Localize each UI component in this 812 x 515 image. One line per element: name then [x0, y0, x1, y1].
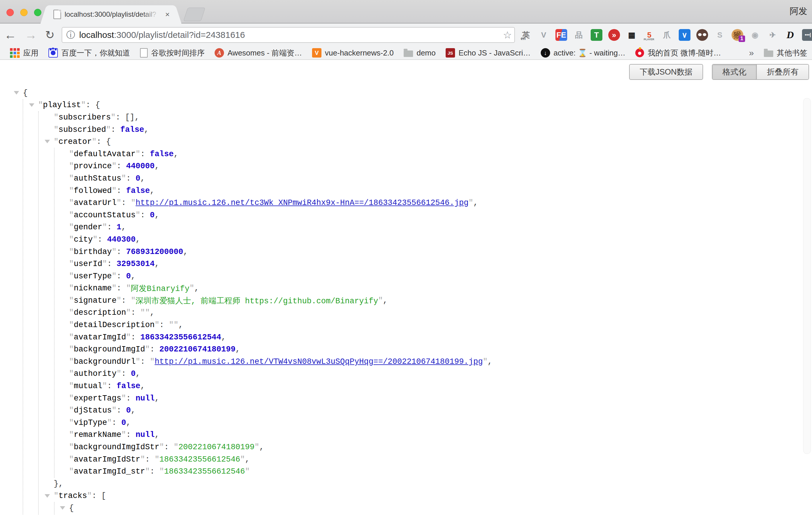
weibo-gray-icon[interactable]: ◉ [749, 29, 761, 41]
url-text[interactable]: localhost:3000/playlist/detail?id=243816… [79, 30, 501, 40]
html5-player-icon[interactable]: 5PLAYER [643, 29, 655, 41]
shield-t-icon[interactable]: T [591, 29, 602, 41]
json-key: accountStatus [74, 211, 136, 220]
key-quote: " [112, 406, 117, 415]
bird-icon[interactable]: ✈ [767, 29, 779, 41]
translate-icon[interactable]: 英en [520, 29, 532, 41]
colon: : [96, 137, 106, 146]
dark-d-icon[interactable]: D [784, 29, 796, 41]
bookmark-star-icon[interactable]: ☆ [503, 29, 512, 41]
key-quote: " [69, 443, 74, 452]
mask-icon[interactable] [696, 29, 708, 41]
bookmark-item[interactable]: Vvue-hackernews-2.0 [312, 48, 394, 58]
extensions-row: 英enVFE品T»▦5PLAYER爪∨S猴1◉✈D•••| [520, 29, 812, 41]
string-quote: " [378, 296, 383, 305]
colon: : [97, 235, 107, 244]
collapse-toggle-icon[interactable] [29, 103, 34, 107]
download-blue-icon[interactable]: ∨ [679, 29, 691, 41]
key-quote: " [111, 113, 115, 122]
vue-devtools-icon[interactable]: V [538, 29, 550, 41]
json-key: signature [74, 296, 117, 305]
json-punct: , [194, 284, 199, 293]
bookmark-item[interactable]: demo [404, 49, 436, 58]
key-quote: " [81, 101, 86, 110]
close-window-button[interactable] [6, 9, 14, 16]
json-link[interactable]: http://p1.music.126.net/VTW4vsN08vwL3uSQ… [155, 357, 483, 366]
new-tab-button[interactable] [183, 8, 205, 21]
bookmark-item[interactable]: AAwesomes - 前端资… [214, 48, 302, 58]
key-quote: " [69, 162, 74, 171]
bookmark-item[interactable]: 百度一下，你就知道 [49, 48, 130, 58]
bookmark-item[interactable]: JSEcho JS - JavaScri… [446, 48, 531, 58]
zoom-window-button[interactable] [34, 9, 41, 16]
json-number: 440300 [107, 235, 136, 244]
fe-icon[interactable]: FE [555, 29, 567, 41]
profile-name[interactable]: 阿发 [790, 5, 807, 17]
bookmark-item[interactable]: 我的首页 微博-随时… [635, 48, 721, 58]
scrollbar[interactable] [803, 98, 811, 454]
json-key: subscribed [58, 125, 106, 134]
tab-close-icon[interactable]: × [165, 10, 170, 19]
url-path: :3000/playlist/detail?id=24381616 [114, 30, 245, 40]
page-info-icon[interactable]: ⓘ [66, 29, 75, 41]
bookmark-item[interactable]: 应用 [10, 48, 38, 58]
key-quote: " [117, 369, 121, 378]
org-chart-icon[interactable]: 品 [573, 29, 585, 41]
collapse-toggle-icon[interactable] [45, 140, 50, 143]
json-line: "authStatus": 0, [0, 172, 812, 185]
json-punct: , [259, 443, 264, 452]
json-string: 18633423556612546 [160, 455, 240, 464]
json-punct: , [140, 174, 145, 183]
weibo-icon [635, 49, 644, 57]
string-quote: " [131, 296, 136, 305]
format-button[interactable]: 格式化 [713, 65, 756, 79]
json-line: "followed": false, [0, 185, 812, 197]
key-quote: " [69, 296, 74, 305]
string-quote: " [140, 308, 145, 317]
bookmark-item[interactable]: 谷歌按时间排序 [140, 48, 205, 58]
json-punct: , [473, 199, 478, 207]
json-punct: , [221, 333, 226, 342]
key-quote: " [117, 296, 121, 305]
json-line: "vipType": 0, [0, 417, 812, 429]
key-quote: " [112, 162, 117, 171]
bookmarks-overflow-icon[interactable]: » [749, 48, 754, 58]
minimize-window-button[interactable] [20, 9, 28, 16]
fast-forward-icon[interactable]: » [608, 29, 620, 41]
sass-icon[interactable]: S [714, 29, 726, 41]
collapse-toggle-icon[interactable] [60, 506, 65, 510]
password-dots-icon[interactable]: •••| [802, 29, 812, 41]
address-bar[interactable]: ⓘ localhost:3000/playlist/detail?id=2438… [62, 27, 515, 43]
other-bookmarks-folder[interactable]: 其他书签 [764, 48, 807, 58]
json-line: "province": 440000, [0, 160, 812, 173]
json-number: 32953014 [117, 260, 155, 268]
browser-tab[interactable]: localhost:3000/playlist/detail? × [49, 5, 173, 24]
colon: : [117, 162, 126, 171]
back-icon[interactable]: ← [0, 29, 21, 41]
forward-icon: → [21, 29, 41, 41]
monkey-badge-icon[interactable]: 猴1 [731, 29, 743, 41]
key-quote: " [107, 419, 112, 427]
json-line: "remarkName": null, [0, 429, 812, 441]
json-key: expertTags [74, 394, 121, 403]
json-number: 2002210674180199 [160, 345, 235, 354]
json-punct: , [155, 430, 160, 439]
extension-badge: 1 [738, 35, 745, 42]
paw-icon[interactable]: 爪 [661, 29, 673, 41]
bookmark-item[interactable]: ↓active: ⌛ - waiting… [541, 48, 626, 58]
json-key: creator [58, 137, 92, 146]
bookmark-label: Awesomes - 前端资… [228, 48, 302, 58]
json-punct: , [174, 150, 178, 159]
collapse-toggle-icon[interactable] [14, 91, 19, 94]
json-link[interactable]: http://p1.music.126.net/tc3Wk_XNPmwiR4hx… [136, 199, 468, 207]
reload-icon[interactable]: ↻ [41, 29, 59, 40]
download-json-button[interactable]: 下载JSON数据 [629, 64, 703, 80]
bookmarks-bar: 应用百度一下，你就知道谷歌按时间排序AAwesomes - 前端资…Vvue-h… [0, 47, 812, 60]
collapse-toggle-icon[interactable] [45, 494, 50, 498]
json-punct: , [245, 455, 250, 464]
json-string: 2002210674180199 [178, 443, 255, 452]
colon: : [117, 248, 126, 256]
collapse-all-button[interactable]: 折叠所有 [756, 65, 809, 79]
qr-code-icon[interactable]: ▦ [626, 29, 638, 41]
string-quote: " [255, 443, 259, 452]
